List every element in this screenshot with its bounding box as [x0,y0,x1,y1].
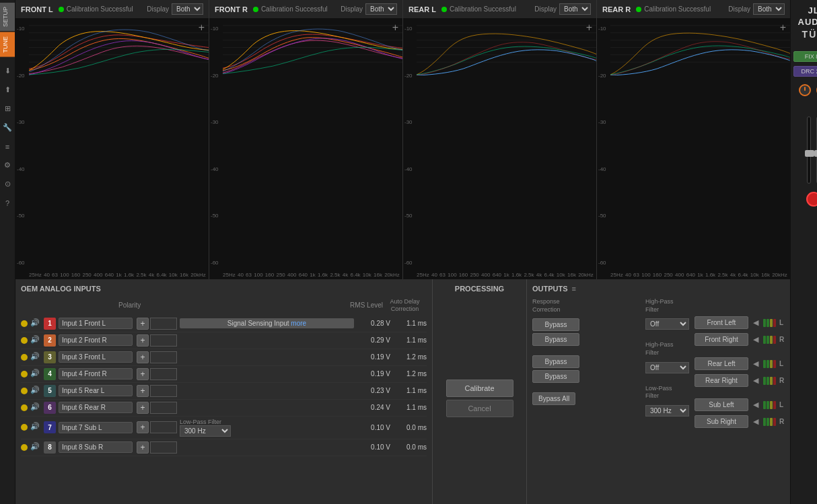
signal-more-1[interactable]: more [291,320,306,327]
back-btn-fr[interactable]: ◀ [750,334,761,345]
red-knob[interactable] [806,192,817,207]
delay-value-5: 1.1 ms [393,387,427,394]
bypass-btn-4[interactable]: Bypass [532,370,579,383]
channel-btn-sub-right[interactable]: Sub Right [695,415,748,428]
out-row-rear-left: Rear Left ◀ L [695,357,785,370]
hpf2-select[interactable]: Off80 Hz100 Hz [645,362,689,373]
brand-logo: JL AUDIO TÜN [793,5,817,40]
display-select-rl[interactable]: BothEQRaw [559,3,591,15]
preset-fix86-button[interactable]: FIX 86 [793,51,817,62]
calibrate-button[interactable]: Calibrate [446,380,513,397]
input-name-7[interactable] [59,422,133,433]
polarity-controls-1: + [137,318,177,330]
input-name-6[interactable] [59,402,133,413]
input-number-4: 4 [44,368,56,380]
meter-rr [763,377,776,385]
polarity-plus-2[interactable]: + [137,334,149,347]
display-select-rr[interactable]: BothEQRaw [753,3,785,15]
hpf1-select[interactable]: Off80 Hz100 Hz [645,318,689,330]
input-indicator-5 [21,388,28,394]
channel-btn-front-right[interactable]: Front Right [695,333,748,346]
hpf1-label: High-PassFilter [645,298,689,314]
back-btn-sr[interactable]: ◀ [750,417,761,427]
bypass-btn-2[interactable]: Bypass [532,333,579,346]
polarity-plus-4[interactable]: + [137,368,149,380]
graph-y-labels-fr: -10-20 -30-40 -50-60 [211,26,219,266]
grid-icon[interactable]: ⊞ [0,102,15,116]
meter-bar-rl-2 [767,360,769,368]
meter-bar-sr-1 [763,418,766,426]
vol-knob-left[interactable] [799,84,811,96]
graph-canvas-rr: + -10-20 -30-40 -50-60 [597,19,790,279]
polarity-controls-3: + [137,351,177,363]
input-name-2[interactable] [59,334,133,346]
polarity-plus-8[interactable]: + [137,441,149,454]
rms-value-1: 0.28 V [357,320,390,327]
upload-icon[interactable]: ⬆ [0,83,15,98]
graph-front-l-title: FRONT L [21,5,53,13]
channel-btn-rear-left[interactable]: Rear Left [695,357,748,370]
inputs-title: OEM ANALOG INPUTS [21,285,427,293]
back-btn-rl[interactable]: ◀ [750,359,761,369]
display-select-fr[interactable]: BothEQRaw [365,3,397,15]
back-btn-rr[interactable]: ◀ [750,375,761,386]
download-icon[interactable]: ⬇ [0,64,15,79]
graph-front-l-header: FRONT L Calibration Successful Display B… [15,0,209,19]
person-icon[interactable]: ⊙ [0,177,15,192]
display-select-fl[interactable]: BothEQRaw [172,3,203,15]
meter-bar-rl-1 [763,360,766,368]
polarity-plus-1[interactable]: + [137,318,149,330]
back-btn-fl[interactable]: ◀ [750,318,761,328]
cancel-button[interactable]: Cancel [446,400,513,417]
meter-bar-sl-4 [773,401,776,409]
graph-rear-l-header: REAR L Calibration Successful Display Bo… [403,0,596,19]
volume-section [793,84,817,207]
settings-icon[interactable]: ⚙ [0,158,15,173]
lowpass-select-7[interactable]: 300 Hz200 Hz400 Hz [180,425,231,437]
meter-rl [763,360,776,368]
fader-thumb-left[interactable] [805,150,814,157]
input-name-1[interactable] [59,318,133,329]
header-delay: Auto DelayCorrection [383,298,427,313]
layers-icon[interactable]: ≡ [0,139,15,154]
input-row-3: 🔊 3 + 0.19 V 1.2 ms [21,349,427,366]
rms-value-8: 0.10 V [357,443,390,451]
bypass-btn-1[interactable]: Bypass [532,318,579,331]
outputs-content: ResponseCorrection Bypass Bypass Bypass … [532,298,785,430]
preset-drc200-button[interactable]: DRC 200 [793,66,817,77]
input-name-4[interactable] [59,368,133,380]
bypass-btn-3[interactable]: Bypass [532,355,579,368]
polarity-plus-5[interactable]: + [137,385,149,397]
display-label-fl: Display [147,5,169,13]
polarity-display-2 [150,334,177,347]
polarity-plus-3[interactable]: + [137,351,149,363]
polarity-plus-7[interactable]: + [137,421,149,433]
wrench-icon[interactable]: 🔧 [0,120,15,135]
input-number-3: 3 [44,351,56,363]
rms-value-2: 0.29 V [357,336,390,344]
lpf-label: Low-PassFilter [645,385,689,400]
out-row-front-right: Front Right ◀ R [695,333,785,346]
sidebar-tab-setup[interactable]: SETUP [0,3,15,31]
help-icon[interactable]: ? [0,196,15,211]
channel-btn-front-left[interactable]: Front Left [695,316,748,329]
meter-bar-sl-2 [767,401,769,409]
input-name-5[interactable] [59,385,133,396]
input-name-3[interactable] [59,351,133,363]
graph-svg-fl [29,19,209,75]
hpf2-label: High-PassFilter [645,341,689,357]
graph-x-labels-rr: 25Hz4063 100160250 4006401k 1.6k2.5k4k 6… [610,272,787,278]
input-name-8[interactable] [59,441,133,453]
fader-thumb-right[interactable] [814,150,817,157]
polarity-plus-6[interactable]: + [137,402,149,414]
graph-x-labels-fl: 25Hz4063 100160250 4006401k 1.6k2.5k4k 6… [29,272,206,278]
channel-btn-rear-right[interactable]: Rear Right [695,374,748,387]
channel-btn-sub-left[interactable]: Sub Left [695,398,748,411]
display-label-fr: Display [341,5,363,13]
sidebar-tab-tune[interactable]: TUNE [0,32,15,57]
lpf-select[interactable]: 300 Hz200 Hz400 Hz [645,405,689,417]
outputs-menu-icon[interactable]: ≡ [572,285,576,293]
lowpass-label-7: Low-Pass Filter [180,419,357,425]
bypass-all-button[interactable]: Bypass All [532,392,575,405]
back-btn-sl[interactable]: ◀ [750,400,761,410]
